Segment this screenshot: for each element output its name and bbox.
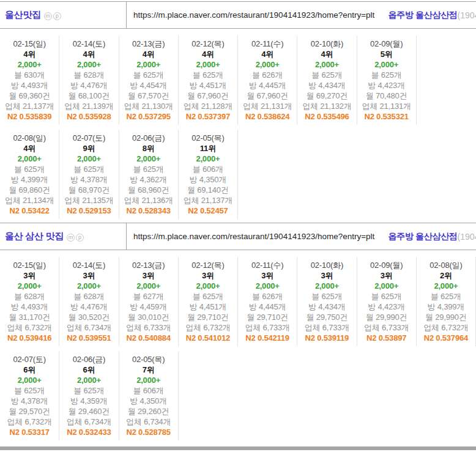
card-room-count: 방 4,399개 bbox=[417, 302, 475, 312]
pc-badge-icon[interactable]: p bbox=[53, 12, 61, 20]
card-blog-count: 블 625개 bbox=[417, 291, 475, 302]
card-blog-count: 블 628개 bbox=[0, 291, 59, 302]
card-monthly-count: 월 29,990건 bbox=[357, 312, 416, 322]
badge-group: m p bbox=[67, 234, 84, 242]
card-blog-count: 블 625개 bbox=[0, 164, 59, 174]
rank-card: 02-07(토)6위2,000+블 625개방 4,378개월 29,570건업… bbox=[0, 351, 59, 440]
card-rank: 4위 bbox=[0, 143, 59, 154]
card-blog-count: 블 625개 bbox=[59, 385, 118, 396]
card-monthly-count: 월 30,520건 bbox=[59, 312, 118, 322]
card-company-count: 업체 21,130개 bbox=[119, 101, 178, 111]
rank-card: 02-05(목)7위2,000+블 606개방 4,350개월 29,260건업… bbox=[119, 351, 179, 440]
card-n2-score: N2 0.529153 bbox=[59, 206, 118, 216]
keyword-label[interactable]: 울산 삼산 맛집 bbox=[5, 231, 64, 242]
rank-card: 02-09(월)3위2,000+블 625개방 4,423개월 29,990건업… bbox=[357, 257, 417, 346]
card-date: 02-15(일) bbox=[0, 39, 59, 49]
place-url-link[interactable]: https://m.place.naver.com/restaurant/190… bbox=[133, 10, 374, 20]
card-n2-score: N2 0.528343 bbox=[119, 206, 178, 216]
card-n2-score: N2 0.532433 bbox=[59, 427, 118, 437]
card-rank: 4위 bbox=[59, 49, 118, 59]
card-room-count: 방 4,399개 bbox=[0, 174, 59, 185]
card-blog-count: 블 628개 bbox=[59, 70, 118, 80]
card-rank: 3위 bbox=[238, 270, 297, 281]
mobile-badge-icon[interactable]: m bbox=[67, 234, 75, 242]
card-monthly-count: 월 69,860건 bbox=[0, 185, 59, 195]
card-row: 02-15(일)4위2,000+블 630개방 4,493개월 69,360건업… bbox=[0, 35, 476, 125]
rank-card: 02-08(일)2위2,000+블 625개방 4,399개월 29,990건업… bbox=[417, 257, 476, 346]
card-monthly-count: 월 70,480건 bbox=[357, 91, 416, 101]
place-id-label: (1904141923) bbox=[458, 10, 476, 20]
card-monthly-count: 월 68,100건 bbox=[59, 91, 118, 101]
card-row: 02-07(토)6위2,000+블 625개방 4,378개월 29,570건업… bbox=[0, 351, 476, 440]
card-date: 02-06(금) bbox=[59, 354, 118, 365]
rank-card: 02-14(토)3위2,000+블 628개방 4,476개월 30,520건업… bbox=[59, 257, 119, 346]
rank-card: 02-09(월)5위2,000+블 625개방 4,423개월 70,480건업… bbox=[357, 35, 417, 125]
card-blog-count: 블 628개 bbox=[59, 291, 118, 302]
rank-card: 02-15(일)3위2,000+블 628개방 4,493개월 31,170건업… bbox=[0, 257, 59, 346]
card-blog-count: 블 626개 bbox=[238, 70, 297, 80]
place-name-link[interactable]: 옵주방 울산삼산점 bbox=[388, 231, 457, 242]
card-n2-score: N2 0.535928 bbox=[59, 111, 118, 122]
card-monthly-count: 월 29,570건 bbox=[0, 406, 59, 417]
card-date: 02-10(화) bbox=[297, 260, 356, 270]
card-date: 02-13(금) bbox=[119, 260, 178, 270]
rank-card-grid: 02-15(일)3위2,000+블 628개방 4,493개월 31,170건업… bbox=[0, 257, 476, 440]
card-visitor-count: 2,000+ bbox=[0, 281, 59, 291]
card-rank: 3위 bbox=[297, 270, 356, 281]
card-blog-count: 블 625개 bbox=[357, 70, 416, 80]
card-n2-score: N2 0.528785 bbox=[119, 427, 178, 437]
card-room-count: 방 4,362개 bbox=[119, 174, 178, 185]
card-monthly-count: 월 29,710건 bbox=[179, 312, 237, 322]
card-visitor-count: 2,000+ bbox=[357, 281, 416, 291]
card-date: 02-12(목) bbox=[179, 260, 237, 270]
card-date: 02-07(토) bbox=[0, 354, 59, 365]
card-company-count: 업체 21,137개 bbox=[0, 101, 59, 111]
rank-card: 02-06(금)8위2,000+블 625개방 4,362개월 68,960건업… bbox=[119, 130, 179, 219]
mobile-badge-icon[interactable]: m bbox=[44, 12, 52, 20]
card-visitor-count: 2,000+ bbox=[119, 59, 178, 70]
card-monthly-count: 월 69,360건 bbox=[0, 91, 59, 101]
place-url-cell: https://m.place.naver.com/restaurant/190… bbox=[127, 223, 476, 250]
keyword-cell: 울산맛집 m p bbox=[0, 2, 127, 28]
card-rank: 7위 bbox=[119, 365, 178, 375]
card-date: 02-08(일) bbox=[0, 133, 59, 143]
card-rank: 11위 bbox=[179, 143, 237, 154]
place-url-link[interactable]: https://m.place.naver.com/restaurant/190… bbox=[133, 232, 374, 241]
card-date: 02-11(수) bbox=[238, 260, 297, 270]
rank-card: 02-06(금)6위2,000+블 625개방 4,359개월 29,460건업… bbox=[59, 351, 119, 440]
card-date: 02-05(목) bbox=[179, 133, 237, 143]
horizontal-scrollbar[interactable] bbox=[0, 446, 476, 450]
card-date: 02-11(수) bbox=[238, 39, 297, 49]
card-visitor-count: 2,000+ bbox=[59, 59, 118, 70]
card-visitor-count: 2,000+ bbox=[179, 154, 237, 164]
rank-tracker-page: 울산맛집 m p https://m.place.naver.com/resta… bbox=[0, 0, 476, 450]
card-company-count: 업체 21,139개 bbox=[59, 101, 118, 111]
card-date: 02-10(화) bbox=[297, 39, 356, 49]
card-company-count: 업체 21,134개 bbox=[0, 195, 59, 206]
card-rank: 4위 bbox=[119, 49, 178, 59]
card-rank: 3위 bbox=[0, 270, 59, 281]
keyword-section-ulsan-matjip: 울산맛집 m p https://m.place.naver.com/resta… bbox=[0, 1, 476, 219]
place-name-link[interactable]: 옵주방 울산삼산점 bbox=[388, 10, 457, 21]
card-n2-score: N2 0.535496 bbox=[297, 111, 356, 122]
card-company-count: 업체 21,135개 bbox=[59, 195, 118, 206]
card-monthly-count: 월 29,260건 bbox=[119, 406, 178, 417]
card-monthly-count: 월 67,960건 bbox=[238, 91, 297, 101]
rank-card: 02-10(화)4위2,000+블 625개방 4,434개월 69,270건업… bbox=[297, 35, 357, 125]
card-company-count: 업체 21,136개 bbox=[119, 195, 178, 206]
card-date: 02-05(목) bbox=[119, 354, 178, 365]
card-date: 02-12(목) bbox=[179, 39, 237, 49]
rank-card: 02-13(금)4위2,000+블 625개방 4,454개월 67,570건업… bbox=[119, 35, 179, 125]
card-company-count: 업체 6,733개 bbox=[119, 322, 178, 333]
card-n2-score: N2 0.539119 bbox=[297, 333, 356, 343]
keyword-label[interactable]: 울산맛집 bbox=[5, 9, 41, 21]
card-visitor-count: 2,000+ bbox=[357, 59, 416, 70]
card-room-count: 방 4,445개 bbox=[238, 302, 297, 312]
card-n2-score: N2 0.53317 bbox=[0, 427, 59, 437]
card-visitor-count: 2,000+ bbox=[59, 154, 118, 164]
card-date: 02-09(월) bbox=[357, 39, 416, 49]
place-id-label: (1904141923) bbox=[458, 232, 476, 242]
card-n2-score: N2 0.537295 bbox=[119, 111, 178, 122]
card-monthly-count: 월 68,960건 bbox=[119, 185, 178, 195]
pc-badge-icon[interactable]: p bbox=[76, 234, 84, 242]
